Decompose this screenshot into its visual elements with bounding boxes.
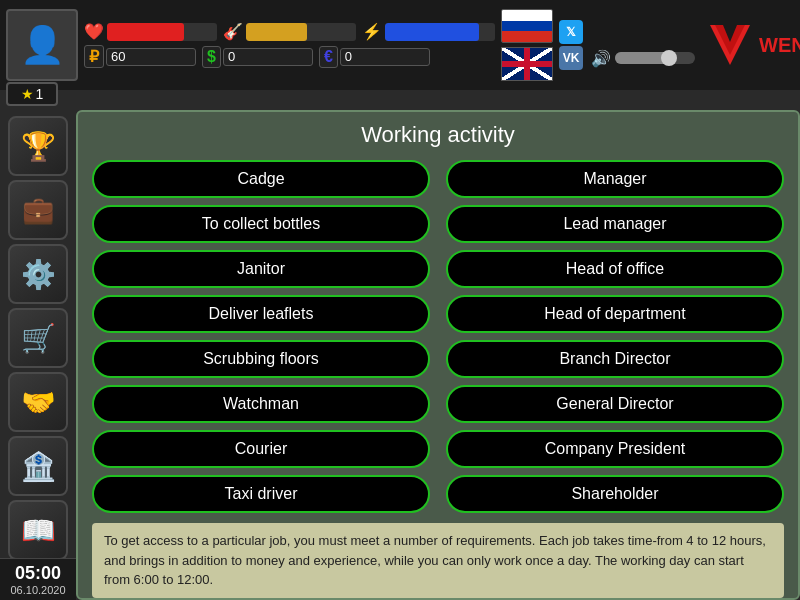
guitar-bar xyxy=(246,23,356,41)
health-stat: ❤️ xyxy=(84,22,217,41)
rub-bar: 60 xyxy=(106,48,196,66)
usd-bar: 0 xyxy=(223,48,313,66)
sidebar-item-trophy[interactable]: 🏆 xyxy=(8,116,68,176)
rub-symbol: ₽ xyxy=(84,45,104,68)
sidebar-item-handshake[interactable]: 🤝 xyxy=(8,372,68,432)
info-text: To get access to a particular job, you m… xyxy=(104,533,766,587)
bank-icon: 🏦 xyxy=(21,450,56,483)
job-button-left-4[interactable]: Scrubbing floors xyxy=(92,340,430,378)
wenay-logo-icon xyxy=(705,20,755,70)
logo-name: WENAY xyxy=(759,34,800,56)
star-icon: ★ xyxy=(21,86,34,102)
sidebar-item-gear[interactable]: ⚙️ xyxy=(8,244,68,304)
eur-value: 0 xyxy=(345,49,352,64)
heart-icon: ❤️ xyxy=(84,22,104,41)
usd-symbol: $ xyxy=(202,46,221,68)
sidebar-item-book[interactable]: 📖 xyxy=(8,500,68,560)
twitter-button[interactable]: 𝕏 xyxy=(559,20,583,44)
social-bottom-row: VK 🔊 xyxy=(559,46,695,70)
job-button-right-5[interactable]: General Director xyxy=(446,385,784,423)
sidebar-item-briefcase[interactable]: 💼 xyxy=(8,180,68,240)
russia-flag[interactable] xyxy=(501,9,553,43)
usd-currency: $ 0 xyxy=(202,46,313,68)
logo-area: WENAYSTUDIO xyxy=(705,20,800,70)
star-count: 1 xyxy=(36,86,44,102)
book-icon: 📖 xyxy=(21,514,56,547)
health-fill xyxy=(107,23,184,41)
bolt-stat: ⚡ xyxy=(362,22,495,41)
vk-button[interactable]: VK xyxy=(559,46,583,70)
health-bar xyxy=(107,23,217,41)
guitar-icon: 🎸 xyxy=(223,22,243,41)
handshake-icon: 🤝 xyxy=(21,386,56,419)
job-button-left-2[interactable]: Janitor xyxy=(92,250,430,288)
avatar-icon: 👤 xyxy=(20,24,65,66)
currency-row: ₽ 60 $ 0 € 0 xyxy=(84,45,495,68)
bolt-icon: ⚡ xyxy=(362,22,382,41)
avatar: 👤 xyxy=(6,9,78,81)
briefcase-icon: 💼 xyxy=(22,195,54,226)
job-button-right-0[interactable]: Manager xyxy=(446,160,784,198)
bolt-bar xyxy=(385,23,495,41)
uk-flag[interactable] xyxy=(501,47,553,81)
cart-icon: 🛒 xyxy=(21,322,56,355)
job-button-right-3[interactable]: Head of department xyxy=(446,295,784,333)
job-button-right-6[interactable]: Company President xyxy=(446,430,784,468)
eur-bar: 0 xyxy=(340,48,430,66)
job-button-right-1[interactable]: Lead manager xyxy=(446,205,784,243)
guitar-stat: 🎸 xyxy=(223,22,356,41)
job-button-right-7[interactable]: Shareholder xyxy=(446,475,784,513)
topbar: 👤 ❤️ 🎸 ⚡ xyxy=(0,0,800,90)
gear-icon: ⚙️ xyxy=(21,258,56,291)
jobs-grid: CadgeManagerTo collect bottlesLead manag… xyxy=(92,160,784,513)
guitar-fill xyxy=(246,23,307,41)
social-block: 𝕏 VK 🔊 xyxy=(559,20,695,70)
sidebar-item-cart[interactable]: 🛒 xyxy=(8,308,68,368)
volume-area xyxy=(587,22,591,42)
job-button-left-1[interactable]: To collect bottles xyxy=(92,205,430,243)
sidebar: 🏆 💼 ⚙️ 🛒 🤝 🏦 📖 xyxy=(0,110,76,600)
rub-currency: ₽ 60 xyxy=(84,45,196,68)
job-button-left-7[interactable]: Taxi driver xyxy=(92,475,430,513)
job-button-left-5[interactable]: Watchman xyxy=(92,385,430,423)
bolt-fill xyxy=(385,23,479,41)
sidebar-item-bank[interactable]: 🏦 xyxy=(8,436,68,496)
clock-date: 06.10.2020 xyxy=(4,584,72,596)
star-badge: ★ 1 xyxy=(6,82,58,106)
rub-value: 60 xyxy=(111,49,125,64)
eur-currency: € 0 xyxy=(319,46,430,68)
volume-bar[interactable] xyxy=(615,52,695,64)
job-button-left-0[interactable]: Cadge xyxy=(92,160,430,198)
job-button-left-6[interactable]: Courier xyxy=(92,430,430,468)
job-button-right-2[interactable]: Head of office xyxy=(446,250,784,288)
panel-title: Working activity xyxy=(92,122,784,148)
usd-value: 0 xyxy=(228,49,235,64)
clock: 05:00 06.10.2020 xyxy=(0,558,76,600)
social-top-row: 𝕏 xyxy=(559,20,591,44)
flag-block xyxy=(501,9,553,81)
eur-symbol: € xyxy=(319,46,338,68)
clock-time: 05:00 xyxy=(4,563,72,584)
job-button-left-3[interactable]: Deliver leaflets xyxy=(92,295,430,333)
main-panel: Working activity CadgeManagerTo collect … xyxy=(76,110,800,600)
volume-knob[interactable] xyxy=(661,50,677,66)
stats-row-top: ❤️ 🎸 ⚡ xyxy=(84,22,495,41)
stats-block: ❤️ 🎸 ⚡ ₽ 60 xyxy=(84,22,495,68)
sound-icon[interactable]: 🔊 xyxy=(591,49,611,68)
trophy-icon: 🏆 xyxy=(21,130,56,163)
info-box: To get access to a particular job, you m… xyxy=(92,523,784,598)
job-button-right-4[interactable]: Branch Director xyxy=(446,340,784,378)
